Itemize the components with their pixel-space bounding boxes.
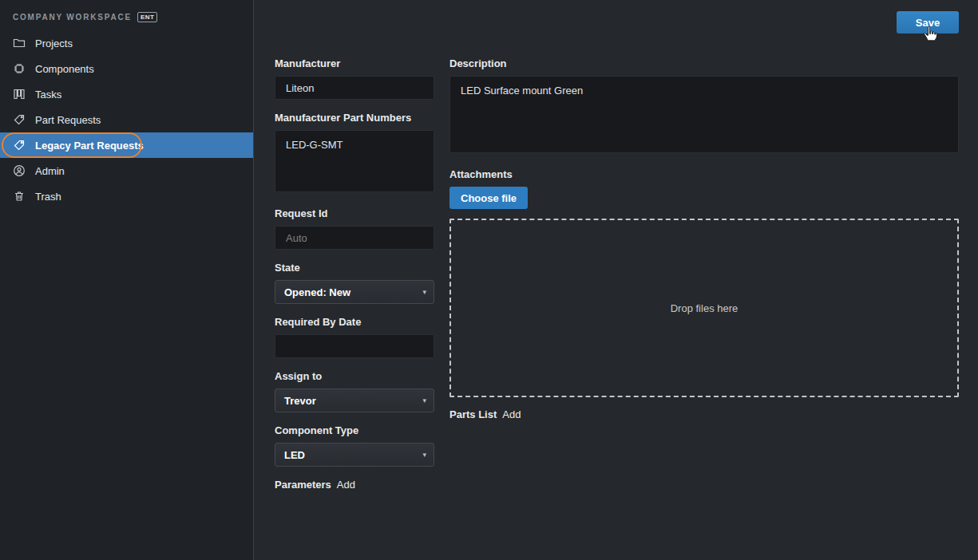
request-id-label: Request Id <box>275 207 434 220</box>
parameters-label: Parameters <box>275 479 331 491</box>
workspace-header: COMPANY WORKSPACE ENT <box>0 0 253 30</box>
form-right-column: Description LED Surface mount Green Atta… <box>449 57 959 421</box>
sidebar-item-tasks[interactable]: Tasks <box>0 81 253 107</box>
description-label: Description <box>449 57 959 70</box>
parts-list-add-link[interactable]: Add <box>502 408 521 420</box>
sidebar-item-projects[interactable]: Projects <box>0 30 253 56</box>
state-label: State <box>275 262 434 274</box>
sidebar-item-part-requests[interactable]: Part Requests <box>0 107 253 132</box>
workspace-tier-badge: ENT <box>137 12 158 22</box>
tag-icon <box>13 113 26 126</box>
chevron-down-icon: ▾ <box>422 289 426 296</box>
component-type-field-group: Component Type LED ▾ <box>275 424 434 467</box>
sidebar-item-label: Trash <box>35 191 61 203</box>
sidebar-item-trash[interactable]: Trash <box>0 183 253 209</box>
manufacturer-field-group: Manufacturer <box>275 57 434 100</box>
parameters-row: Parameters Add <box>275 479 434 491</box>
mpn-textarea[interactable]: LED-G-SMT <box>275 130 434 192</box>
trash-icon <box>13 190 26 203</box>
state-field-group: State Opened: New ▾ <box>275 262 434 304</box>
component-type-dropdown-value: LED <box>284 449 305 461</box>
attachments-group: Attachments Choose file Drop files here <box>449 168 959 397</box>
manufacturer-input[interactable] <box>275 76 434 100</box>
sidebar-item-legacy-part-requests[interactable]: Legacy Part Requests <box>0 132 253 158</box>
person-icon <box>13 164 26 177</box>
folder-icon <box>13 37 26 49</box>
workspace-name: COMPANY WORKSPACE <box>13 13 132 22</box>
form-left-column: Manufacturer Manufacturer Part Numbers L… <box>275 57 434 491</box>
chevron-down-icon: ▾ <box>422 397 426 404</box>
component-type-label: Component Type <box>275 424 434 437</box>
file-dropzone[interactable]: Drop files here <box>449 219 959 397</box>
state-dropdown-value: Opened: New <box>284 286 350 298</box>
sidebar-item-label: Tasks <box>35 89 61 101</box>
sidebar-item-label: Components <box>35 63 94 75</box>
manufacturer-label: Manufacturer <box>275 57 434 70</box>
assign-to-dropdown-value: Trevor <box>284 395 316 407</box>
main-content: Save Manufacturer Manufacturer Part Numb… <box>255 0 978 560</box>
attachments-label: Attachments <box>449 168 959 181</box>
mpn-label: Manufacturer Part Numbers <box>275 112 434 124</box>
required-by-date-input[interactable] <box>275 334 434 358</box>
description-field-group: Description LED Surface mount Green <box>449 57 959 156</box>
required-by-date-field-group: Required By Date <box>275 316 434 358</box>
parts-list-label: Parts List <box>449 408 497 421</box>
kanban-icon <box>13 88 26 101</box>
sidebar: COMPANY WORKSPACE ENT Projects Component… <box>0 0 254 560</box>
assign-to-label: Assign to <box>275 370 434 383</box>
assign-to-field-group: Assign to Trevor ▾ <box>275 370 434 412</box>
component-type-dropdown[interactable]: LED ▾ <box>275 443 434 467</box>
parts-list-row: Parts List Add <box>449 408 959 421</box>
chevron-down-icon: ▾ <box>422 452 426 459</box>
description-textarea[interactable]: LED Surface mount Green <box>449 76 959 153</box>
sidebar-item-label: Projects <box>35 37 73 49</box>
sidebar-item-label: Legacy Part Requests <box>35 140 144 152</box>
required-by-date-label: Required By Date <box>275 316 434 329</box>
state-dropdown[interactable]: Opened: New ▾ <box>275 280 434 304</box>
chip-icon <box>13 62 26 75</box>
sidebar-item-label: Admin <box>35 165 65 177</box>
sidebar-item-components[interactable]: Components <box>0 56 253 81</box>
assign-to-dropdown[interactable]: Trevor ▾ <box>275 388 434 412</box>
save-button[interactable]: Save <box>897 11 959 34</box>
parameters-add-link[interactable]: Add <box>337 479 355 491</box>
choose-file-button[interactable]: Choose file <box>449 187 528 209</box>
request-id-field-group: Request Id <box>275 207 434 250</box>
mpn-field-group: Manufacturer Part Numbers LED-G-SMT <box>275 112 434 195</box>
tag-icon <box>13 139 26 152</box>
sidebar-item-admin[interactable]: Admin <box>0 158 253 183</box>
sidebar-item-label: Part Requests <box>35 114 101 126</box>
dropzone-text: Drop files here <box>671 302 738 314</box>
request-id-input[interactable] <box>275 226 434 250</box>
